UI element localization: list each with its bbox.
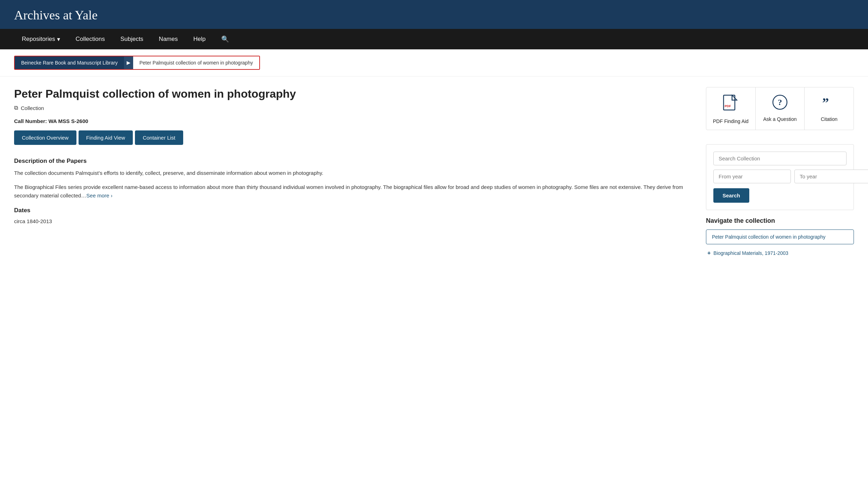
breadcrumb-area: Beinecke Rare Book and Manuscript Librar… <box>0 49 868 76</box>
breadcrumb-current: Peter Palmquist collection of women in p… <box>133 56 259 69</box>
tab-collection-overview[interactable]: Collection Overview <box>14 130 76 145</box>
pdf-icon: PDF <box>723 94 738 116</box>
description-text-2: The Biographical Files series provide ex… <box>14 183 692 200</box>
description-heading: Description of the Papers <box>14 158 692 165</box>
navigate-main-item[interactable]: Peter Palmquist collection of women in p… <box>706 229 854 244</box>
call-number: Call Number: WA MSS S-2600 <box>14 118 692 124</box>
navigate-heading: Navigate the collection <box>706 217 854 225</box>
description-text-1: The collection documents Palmquist’s eff… <box>14 169 692 177</box>
action-icons: PDF PDF Finding Aid ? Ask a Question ” <box>706 87 854 130</box>
search-panel: Search <box>706 144 854 210</box>
nav-search-icon[interactable]: 🔍 <box>213 29 237 49</box>
dates-section: Dates circa 1840-2013 <box>14 207 692 224</box>
plus-icon: + <box>707 250 711 256</box>
question-icon: ? <box>772 94 788 114</box>
citation-icon: ” <box>822 94 837 114</box>
dates-value: circa 1840-2013 <box>14 218 692 224</box>
nav-subjects[interactable]: Subjects <box>113 29 151 49</box>
see-more-link[interactable]: See more › <box>86 192 112 198</box>
collection-type: ⧉ Collection <box>14 105 692 111</box>
search-collection-input[interactable] <box>713 152 847 165</box>
citation-button[interactable]: ” Citation <box>805 87 854 130</box>
tab-container-list[interactable]: Container List <box>135 130 183 145</box>
dropdown-arrow-icon: ▾ <box>57 36 60 43</box>
pdf-finding-aid-button[interactable]: PDF PDF Finding Aid <box>706 87 756 130</box>
svg-text:”: ” <box>822 95 829 110</box>
description-section: Description of the Papers The collection… <box>14 158 692 200</box>
breadcrumb: Beinecke Rare Book and Manuscript Librar… <box>14 56 260 70</box>
main-content: Peter Palmquist collection of women in p… <box>0 76 868 270</box>
site-header: Archives at Yale <box>0 0 868 29</box>
navigate-section: Navigate the collection Peter Palmquist … <box>706 217 854 259</box>
dates-heading: Dates <box>14 207 692 214</box>
svg-text:?: ? <box>778 98 782 107</box>
site-title: Archives at Yale <box>14 8 854 23</box>
search-button[interactable]: Search <box>713 188 749 203</box>
nav-help[interactable]: Help <box>186 29 213 49</box>
nav-bar: Repositories ▾ Collections Subjects Name… <box>0 29 868 49</box>
collection-type-label: Collection <box>21 105 44 111</box>
navigate-sub-item[interactable]: + Biographical Materials, 1971-2003 <box>706 247 854 259</box>
collection-title: Peter Palmquist collection of women in p… <box>14 87 692 100</box>
tab-finding-aid-view[interactable]: Finding Aid View <box>79 130 133 145</box>
nav-collections[interactable]: Collections <box>68 29 113 49</box>
year-inputs <box>713 170 847 183</box>
svg-text:PDF: PDF <box>725 104 731 108</box>
to-year-input[interactable] <box>794 170 868 183</box>
tab-buttons: Collection Overview Finding Aid View Con… <box>14 130 692 145</box>
navigate-sub-item-label: Biographical Materials, 1971-2003 <box>713 250 788 256</box>
from-year-input[interactable] <box>713 170 791 183</box>
ask-question-label: Ask a Question <box>763 116 797 122</box>
content-right: PDF PDF Finding Aid ? Ask a Question ” <box>706 87 854 259</box>
collection-type-icon: ⧉ <box>14 105 18 111</box>
content-left: Peter Palmquist collection of women in p… <box>14 87 692 259</box>
breadcrumb-repo-link[interactable]: Beinecke Rare Book and Manuscript Librar… <box>15 56 124 69</box>
breadcrumb-arrow-icon: ► <box>124 56 133 69</box>
ask-question-button[interactable]: ? Ask a Question <box>756 87 805 130</box>
nav-repositories[interactable]: Repositories ▾ <box>14 29 68 49</box>
pdf-label: PDF Finding Aid <box>713 118 749 124</box>
citation-label: Citation <box>821 116 837 122</box>
nav-names[interactable]: Names <box>151 29 186 49</box>
